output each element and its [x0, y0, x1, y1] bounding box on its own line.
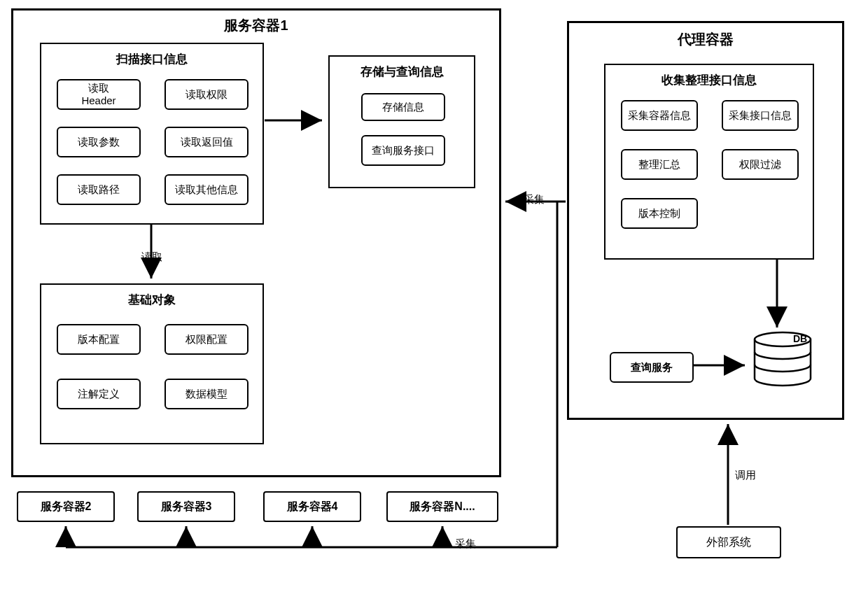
collect-item-2: 整理汇总	[621, 149, 698, 180]
base-item-1: 权限配置	[164, 324, 248, 355]
storage-module: 存储与查询信息 存储信息 查询服务接口	[328, 55, 475, 188]
collect-item-1: 采集接口信息	[722, 100, 799, 131]
scan-item-0: 读取 Header	[57, 79, 141, 110]
storage-module-title: 存储与查询信息	[330, 64, 474, 80]
scan-item-5: 读取其他信息	[164, 174, 248, 205]
scan-module: 扫描接口信息 读取 Header 读取权限 读取参数 读取返回值 读取路径 读取…	[40, 43, 264, 225]
external-system: 外部系统	[676, 526, 781, 558]
collect-item-3: 权限过滤	[722, 149, 799, 180]
storage-item-0: 存储信息	[361, 93, 445, 121]
scan-item-1: 读取权限	[164, 79, 248, 110]
service-container-1-title: 服务容器1	[13, 16, 499, 35]
db-label: DB	[793, 333, 807, 344]
scan-item-2: 读取参数	[57, 127, 141, 157]
label-collect-1: 采集	[522, 193, 546, 206]
service-container-1: 服务容器1 扫描接口信息 读取 Header 读取权限 读取参数 读取返回值 读…	[11, 8, 501, 477]
label-call: 调用	[734, 469, 757, 482]
scan-item-4: 读取路径	[57, 174, 141, 205]
base-module-title: 基础对象	[41, 292, 262, 308]
base-item-0: 版本配置	[57, 324, 141, 355]
service-container-n: 服务容器N....	[386, 491, 498, 522]
scan-item-3: 读取返回值	[164, 127, 248, 157]
proxy-container-title: 代理容器	[569, 30, 842, 49]
storage-item-1: 查询服务接口	[361, 135, 445, 166]
proxy-container: 代理容器 收集整理接口信息 采集容器信息 采集接口信息 整理汇总 权限过滤 版本…	[567, 21, 844, 420]
collect-module-title: 收集整理接口信息	[606, 72, 813, 88]
service-container-4: 服务容器4	[263, 491, 361, 522]
label-read: 读取	[140, 251, 164, 264]
base-item-2: 注解定义	[57, 379, 141, 409]
query-service-box: 查询服务	[610, 352, 694, 383]
base-item-3: 数据模型	[164, 379, 248, 409]
db-icon: DB	[751, 331, 814, 387]
scan-module-title: 扫描接口信息	[41, 51, 262, 67]
service-container-3: 服务容器3	[137, 491, 235, 522]
collect-item-0: 采集容器信息	[621, 100, 698, 131]
collect-module: 收集整理接口信息 采集容器信息 采集接口信息 整理汇总 权限过滤 版本控制	[604, 64, 814, 260]
service-container-2: 服务容器2	[17, 491, 115, 522]
label-collect-2: 采集	[454, 537, 477, 551]
collect-item-4: 版本控制	[621, 198, 698, 229]
base-module: 基础对象 版本配置 权限配置 注解定义 数据模型	[40, 283, 264, 444]
